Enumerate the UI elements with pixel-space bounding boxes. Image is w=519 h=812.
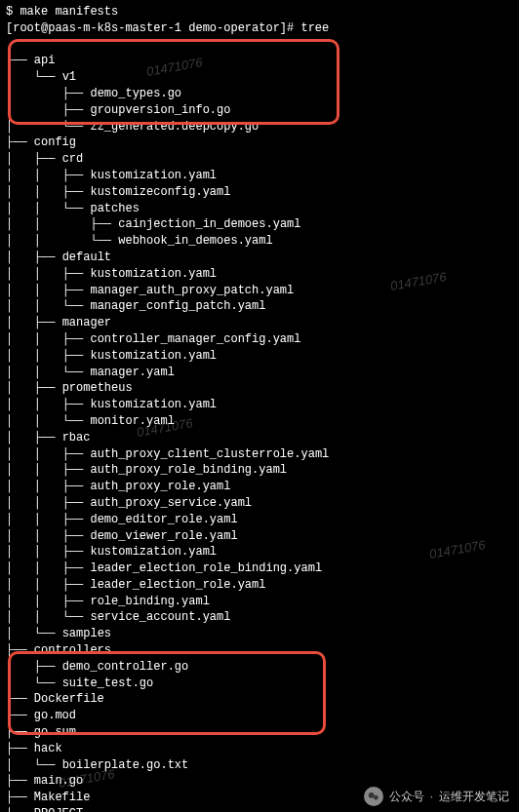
tree-file: │ │ ├── kustomization.yaml: [6, 348, 513, 365]
tree-file: │ │ ├── auth_proxy_role.yaml: [6, 479, 513, 495]
tree-file: │ │ ├── manager_auth_proxy_patch.yaml: [6, 283, 513, 299]
tree-dir-default: │ ├── default: [6, 250, 513, 266]
tree-dir-api: ├── api: [6, 53, 513, 69]
tree-dir-v1: │ └── v1: [6, 69, 513, 86]
tree-dir-controllers: ├── controllers: [6, 642, 513, 659]
tree-file: │ │ ├── kustomization.yaml: [6, 266, 513, 283]
tree-file: │ │ ├── cainjection_in_demoes.yaml: [6, 216, 513, 233]
tree-file: ├── go.mod: [6, 708, 513, 724]
tree-file: │ │ ├── auth_proxy_service.yaml: [6, 495, 513, 512]
footer-name: 运维开发笔记: [439, 789, 509, 805]
tree-file: ├── go.sum: [6, 724, 513, 741]
tree-file: │ ├── groupversion_info.go: [6, 102, 513, 119]
tree-file: │ ├── demo_types.go: [6, 86, 513, 102]
tree-dir-rbac: │ ├── rbac: [6, 430, 513, 446]
tree-file: │ │ ├── demo_editor_role.yaml: [6, 512, 513, 528]
tree-file: │ │ └── service_account.yaml: [6, 609, 513, 626]
tree-file: ├── Dockerfile: [6, 691, 513, 708]
svg-point-0: [368, 793, 374, 798]
svg-point-1: [374, 795, 379, 800]
tree-file: │ │ ├── kustomization.yaml: [6, 544, 513, 561]
tree-file: │ └── boilerplate.go.txt: [6, 757, 513, 774]
tree-dir-samples: │ └── samples: [6, 626, 513, 642]
tree-file: │ │ └── manager_config_patch.yaml: [6, 298, 513, 315]
command-line: $ make manifests: [6, 4, 513, 20]
tree-dir-manager: │ ├── manager: [6, 315, 513, 331]
prompt-line: [root@paas-m-k8s-master-1 demo-operator]…: [6, 20, 513, 37]
footer-sep: ·: [430, 789, 433, 805]
tree-file: └── PROJECT: [6, 806, 513, 812]
tree-dir-config: ├── config: [6, 135, 513, 151]
wechat-icon: [364, 787, 383, 806]
tree-file: │ │ ├── controller_manager_config.yaml: [6, 331, 513, 348]
tree-file: │ │ ├── kustomization.yaml: [6, 397, 513, 413]
tree-file: │ │ └── manager.yaml: [6, 365, 513, 381]
tree-dir-crd: │ ├── crd: [6, 151, 513, 168]
footer-label: 公众号: [389, 789, 424, 805]
tree-dir-hack: ├── hack: [6, 741, 513, 757]
tree-file: │ │ ├── demo_viewer_role.yaml: [6, 528, 513, 545]
tree-file: │ │ ├── kustomization.yaml: [6, 168, 513, 184]
tree-file: │ └── suite_test.go: [6, 676, 513, 692]
tree-file: │ │ ├── leader_election_role_binding.yam…: [6, 561, 513, 577]
tree-file: │ └── zz_generated.deepcopy.go: [6, 119, 513, 135]
tree-file: │ │ └── webhook_in_demoes.yaml: [6, 233, 513, 250]
tree-file: │ │ ├── leader_election_role.yaml: [6, 577, 513, 594]
tree-file: │ │ └── monitor.yaml: [6, 413, 513, 430]
tree-file: │ │ ├── auth_proxy_role_binding.yaml: [6, 462, 513, 479]
tree-file: │ ├── demo_controller.go: [6, 659, 513, 676]
tree-dir-prometheus: │ ├── prometheus: [6, 380, 513, 397]
terminal-output: $ make manifests [root@paas-m-k8s-master…: [0, 0, 519, 812]
tree-file: │ │ ├── kustomizeconfig.yaml: [6, 184, 513, 201]
tree-dir-patches: │ │ └── patches: [6, 201, 513, 217]
tree-file: │ │ ├── role_binding.yaml: [6, 594, 513, 610]
footer-attribution: 公众号 · 运维开发笔记: [364, 787, 509, 806]
tree-file: │ │ ├── auth_proxy_client_clusterrole.ya…: [6, 446, 513, 463]
tree-root: .: [6, 37, 513, 54]
